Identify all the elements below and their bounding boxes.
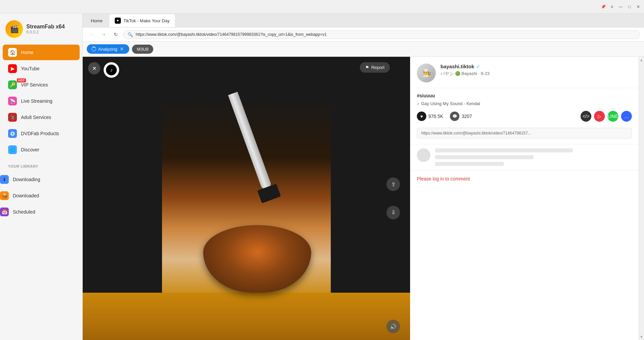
- report-label: Report: [371, 65, 384, 70]
- channel-sub-text: バヤシ: [440, 71, 454, 76]
- downloaded-icon: 📦: [0, 191, 9, 200]
- sidebar-item-live[interactable]: 📡 Live Streaming: [3, 93, 80, 109]
- analyzing-button[interactable]: Analyzing ✕: [87, 44, 129, 54]
- maximize-button[interactable]: □: [626, 4, 633, 10]
- comment-icon: 💬: [450, 112, 459, 121]
- video-url-bar: https://www.tiktok.com/@bayashi.tiktok/v…: [417, 128, 632, 139]
- hot-badge: HOT: [17, 78, 26, 82]
- m3u8-button[interactable]: M3U8: [132, 45, 153, 54]
- vip-icon: 🔑: [8, 80, 17, 89]
- video-tags: #siuuuu ♪ Gay Using My Sound - Kendal: [410, 88, 639, 106]
- tiktok-logo-button[interactable]: ♪: [104, 62, 119, 78]
- comments-stat: 💬 3207: [450, 112, 472, 121]
- likes-stat: ♥ 976.5K: [417, 112, 443, 121]
- forward-button[interactable]: →: [99, 30, 108, 39]
- sidebar-item-home[interactable]: 🏠 Home: [3, 45, 80, 60]
- stats-row: ♥ 976.5K 💬 3207 </> ▷ LINE …: [410, 106, 639, 126]
- video-nav-up-button[interactable]: ⇧: [386, 177, 400, 191]
- window-controls: 📌 ≡ — □ ✕: [600, 4, 641, 10]
- close-button[interactable]: ✕: [635, 4, 641, 10]
- sidebar-item-downloading-label: Downloading: [13, 177, 40, 182]
- back-button[interactable]: ←: [87, 30, 96, 39]
- sidebar-item-downloaded-label: Downloaded: [13, 193, 39, 198]
- channel-sub-detail: Bayashi · 9-23: [461, 71, 489, 76]
- app-logo: 🎬 StreamFab x64 6.0.0.2: [0, 18, 82, 45]
- code-action-button[interactable]: </>: [581, 111, 591, 122]
- sidebar-item-adult-label: Adult Services: [21, 115, 51, 120]
- flag-icon: ⚑: [365, 65, 369, 70]
- likes-count: 976.5K: [428, 114, 443, 119]
- scroll-up-arrow[interactable]: ▲: [640, 58, 643, 62]
- sidebar-item-home-label: Home: [21, 50, 33, 55]
- sidebar-item-youtube[interactable]: ▶ YouTube: [3, 61, 80, 76]
- action-icons: </> ▷ LINE …: [581, 111, 632, 122]
- share-red-button[interactable]: ▷: [594, 111, 605, 122]
- tiktok-logo-icon: ♪: [106, 65, 117, 75]
- login-text: Please log in to comment: [417, 176, 470, 181]
- line-action-button[interactable]: LINE: [608, 111, 618, 122]
- sidebar-item-downloading[interactable]: ⬇ Downloading: [0, 172, 80, 187]
- channel-name-row: bayashi.tiktok ✓: [440, 64, 632, 69]
- dvd-icon: 💿: [8, 129, 17, 138]
- music-note-icon: ♪: [417, 101, 419, 106]
- minimize-button[interactable]: —: [618, 4, 624, 10]
- analyzing-label: Analyzing: [98, 47, 117, 52]
- sidebar-item-adult[interactable]: 🔞 Adult Services: [3, 110, 80, 125]
- volume-button[interactable]: 🔊: [386, 320, 400, 333]
- verified-icon: ✓: [476, 64, 480, 69]
- music-text-label: Gay Using My Sound - Kendal: [421, 101, 480, 106]
- youtube-icon: ▶: [8, 64, 17, 73]
- comment-line-2: [435, 155, 534, 159]
- tab-home[interactable]: Home: [85, 16, 108, 25]
- comment-line-1: [435, 148, 573, 152]
- channel-details: bayashi.tiktok ✓ バヤシ 🟢 Bayashi · 9-23: [440, 64, 632, 77]
- address-bar[interactable]: 🔍: [123, 30, 640, 39]
- sidebar-item-discover[interactable]: 🌐 Discover: [3, 142, 80, 157]
- analyzing-close-icon[interactable]: ✕: [119, 46, 125, 52]
- sidebar-item-dvd-label: DVDFab Products: [21, 131, 59, 136]
- sidebar-item-dvd[interactable]: 💿 DVDFab Products: [3, 126, 80, 141]
- sidebar-item-discover-label: Discover: [21, 147, 39, 152]
- comments-count: 3207: [461, 114, 472, 119]
- channel-info: 👨‍🍳 bayashi.tiktok ✓ バヤシ 🟢 Bayashi · 9-2…: [410, 57, 639, 88]
- comment-line-3: [435, 162, 504, 166]
- logo-text: StreamFab x64 6.0.0.2: [26, 24, 65, 34]
- comment-lines: [435, 148, 632, 166]
- video-tag: #siuuuu: [417, 93, 632, 98]
- channel-name: bayashi.tiktok: [440, 64, 474, 69]
- video-close-button[interactable]: ✕: [88, 62, 100, 74]
- tab-tiktok[interactable]: ✦ TikTok - Make Your Day: [109, 14, 175, 27]
- tab-tiktok-label: TikTok - Make Your Day: [124, 18, 170, 23]
- sidebar-item-scheduled[interactable]: 📅 Scheduled: [0, 204, 80, 220]
- music-info: ♪ Gay Using My Sound - Kendal: [417, 101, 632, 106]
- url-input[interactable]: [136, 32, 636, 37]
- report-button[interactable]: ⚑ Report: [360, 62, 390, 73]
- menu-button[interactable]: ≡: [609, 4, 615, 10]
- heart-icon: ♥: [417, 112, 426, 121]
- wood-surface: [83, 293, 410, 340]
- sidebar-item-live-label: Live Streaming: [21, 98, 52, 104]
- sidebar-item-downloaded[interactable]: 📦 Downloaded: [0, 188, 80, 203]
- refresh-button[interactable]: ↻: [111, 30, 120, 39]
- live-icon: 📡: [8, 97, 17, 105]
- library-items: ⬇ Downloading 📦 Downloaded 📅 Scheduled: [0, 170, 82, 220]
- scheduled-icon: 📅: [0, 208, 9, 216]
- pin-button[interactable]: 📌: [600, 4, 606, 10]
- comment-avatar-placeholder: [417, 148, 430, 162]
- library-section: YOUR LIBRARY: [0, 157, 82, 170]
- sidebar-item-vip[interactable]: 🔑 VIP Services HOT: [3, 77, 80, 93]
- scroll-down-arrow[interactable]: ▼: [640, 335, 643, 339]
- green-dot-icon: 🟢: [455, 71, 462, 76]
- sidebar-item-youtube-label: YouTube: [21, 66, 39, 71]
- sidebar-item-vip-label: VIP Services: [21, 82, 48, 88]
- comment-loading: [410, 144, 639, 170]
- channel-sub: バヤシ 🟢 Bayashi · 9-23: [440, 71, 632, 77]
- video-nav-down-button[interactable]: ⇩: [386, 206, 400, 219]
- login-prompt: Please log in to comment: [410, 170, 639, 187]
- downloading-icon: ⬇: [0, 175, 9, 184]
- sidebar-item-scheduled-label: Scheduled: [13, 209, 35, 215]
- app-container: 🎬 StreamFab x64 6.0.0.2 🏠 Home ▶ YouTube: [0, 14, 644, 340]
- search-icon: 🔍: [128, 32, 133, 37]
- more-action-button[interactable]: …: [621, 111, 632, 122]
- video-content: [83, 57, 410, 340]
